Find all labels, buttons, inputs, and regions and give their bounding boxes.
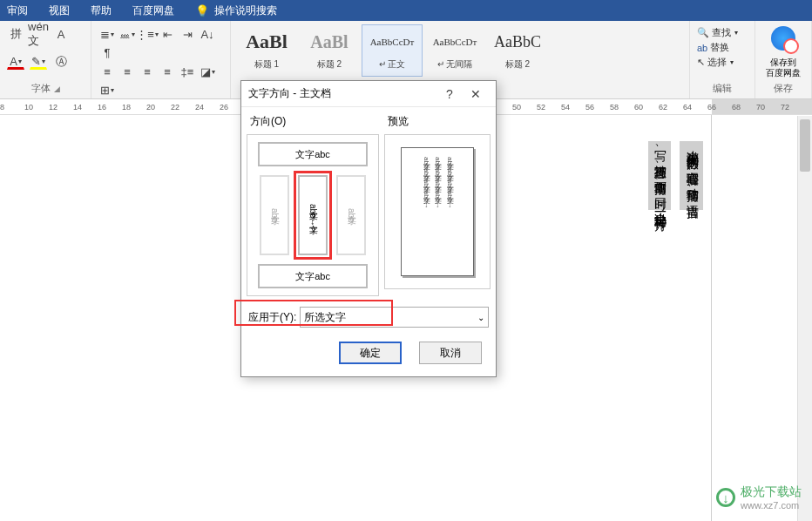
multilevel-icon[interactable]: ⋮≡▾	[139, 26, 156, 42]
ribbon-group-edit: 🔍查找▾ ab替换 ↖选择▾ 编辑	[690, 21, 755, 98]
direction-rotate270[interactable]: 文字abc	[260, 175, 289, 255]
align-right-icon[interactable]: ≡	[139, 64, 156, 79]
dialog-help-button[interactable]: ?	[436, 87, 463, 101]
replace-icon: ab	[697, 43, 707, 53]
dialog-title: 文字方向 - 主文档	[248, 86, 436, 101]
apply-to-select[interactable]: 所选文字 ⌄	[300, 307, 489, 328]
direction-label: 方向(O)	[247, 112, 379, 134]
preview-page: 文字abc文字abc文字abc文字abc→ 文字abc文字abc文字abc文字a…	[401, 147, 474, 276]
align-left-icon[interactable]: ≡	[98, 64, 116, 79]
bulb-icon: 💡	[195, 4, 209, 17]
phonetic-guide-icon[interactable]: 拼	[7, 26, 24, 42]
highlight-icon[interactable]: ✎▾	[30, 54, 47, 70]
menu-view[interactable]: 视图	[49, 3, 70, 18]
menu-review[interactable]: 审阅	[7, 3, 28, 18]
increase-indent-icon[interactable]: ⇥	[179, 26, 196, 42]
text-column-1[interactable]: 小说刻画人物的方法：心理描写、动作描写、语言描	[680, 141, 703, 210]
bullets-icon[interactable]: ≣▾	[98, 26, 116, 42]
select-button[interactable]: ↖选择▾	[697, 56, 748, 69]
borders-icon[interactable]: ⊞▾	[98, 82, 116, 98]
show-marks-icon[interactable]: ¶	[98, 44, 116, 60]
scrollbar-thumb[interactable]	[800, 119, 810, 172]
document-text[interactable]: 小说刻画人物的方法：心理描写、动作描写、语言描 写、神态描写、侧面描写。同时，小…	[648, 141, 703, 210]
cursor-icon: ↖	[697, 57, 705, 68]
watermark: ↓ 极光下载站 www.xz7.com	[716, 484, 802, 511]
dialog-titlebar[interactable]: 文字方向 - 主文档 ? ✕	[241, 81, 496, 107]
menu-bar: 审阅 视图 帮助 百度网盘 💡 操作说明搜索	[0, 0, 812, 21]
ribbon-group-paragraph: ≣▾ ⅏▾ ⋮≡▾ ⇤ ⇥ A↓ ¶ ≡ ≡ ≡ ≡ ‡≡ ◪▾ ⊞▾ 段落◢	[91, 21, 231, 98]
direction-horizontal-rtl[interactable]: 文字abc	[258, 264, 368, 288]
decrease-indent-icon[interactable]: ⇤	[159, 26, 176, 42]
align-center-icon[interactable]: ≡	[118, 64, 136, 79]
line-spacing-icon[interactable]: ‡≡	[179, 64, 196, 79]
style-item-2[interactable]: AaBbCcDт↵ 正文	[362, 24, 423, 77]
menu-baidu[interactable]: 百度网盘	[132, 3, 174, 18]
preview-panel: 预览 文字abc文字abc文字abc文字abc→ 文字abc文字abc文字abc…	[384, 112, 491, 296]
tell-me-search[interactable]: 💡 操作说明搜索	[195, 3, 277, 18]
download-icon: ↓	[716, 488, 735, 507]
char-shading-icon[interactable]: A	[52, 26, 70, 42]
font-color-icon[interactable]: A▾	[7, 54, 24, 70]
font-dialog-launcher[interactable]: ◢	[54, 85, 60, 93]
cancel-button[interactable]: 取消	[419, 342, 482, 364]
direction-horizontal[interactable]: 文字abc	[258, 142, 368, 166]
ribbon-group-baidu: 保存到 百度网盘 保存	[755, 21, 812, 98]
chevron-down-icon: ⌄	[477, 313, 484, 322]
sort-icon[interactable]: A↓	[199, 26, 216, 42]
enclose-char-icon[interactable]: Ⓐ	[52, 54, 70, 70]
dialog-close-button[interactable]: ✕	[463, 87, 489, 101]
apply-to-label: 应用于(Y):	[248, 310, 296, 325]
vertical-scrollbar[interactable]	[797, 116, 812, 521]
character-border-icon[interactable]: wén文	[30, 26, 47, 42]
apply-to-row: 应用于(Y): 所选文字 ⌄	[241, 301, 496, 333]
text-column-2[interactable]: 写、神态描写、侧面描写。同时，小说是一种写作方	[648, 141, 672, 210]
style-item-1[interactable]: AaBl标题 2	[299, 24, 360, 77]
page-edge	[711, 115, 712, 521]
justify-icon[interactable]: ≡	[159, 64, 176, 79]
ribbon-group-font: 拼 wén文 A A▾ ✎▾ Ⓐ 字体◢	[0, 21, 91, 98]
preview-label: 预览	[384, 112, 491, 134]
style-item-4[interactable]: AaBbC标题 2	[487, 24, 548, 77]
style-item-0[interactable]: AaBl标题 1	[236, 24, 297, 77]
numbering-icon[interactable]: ⅏▾	[118, 26, 136, 42]
baidu-save-button[interactable]	[769, 26, 797, 54]
direction-panel: 方向(O) 文字abc 文字abc 文字abc文字→ 文字abc 文字abc	[247, 112, 379, 296]
direction-rotate90[interactable]: 文字abc	[336, 175, 366, 255]
replace-button[interactable]: ab替换	[697, 41, 748, 54]
search-icon: 🔍	[697, 27, 709, 38]
find-button[interactable]: 🔍查找▾	[697, 26, 748, 39]
style-item-3[interactable]: AaBbCcDт↵ 无间隔	[424, 24, 485, 77]
ok-button[interactable]: 确定	[339, 342, 402, 364]
menu-help[interactable]: 帮助	[91, 3, 112, 18]
direction-vertical-selected[interactable]: 文字abc文字→	[298, 175, 328, 255]
text-direction-dialog: 文字方向 - 主文档 ? ✕ 方向(O) 文字abc 文字abc 文字abc文字…	[240, 80, 497, 377]
shading-icon[interactable]: ◪▾	[199, 64, 216, 79]
